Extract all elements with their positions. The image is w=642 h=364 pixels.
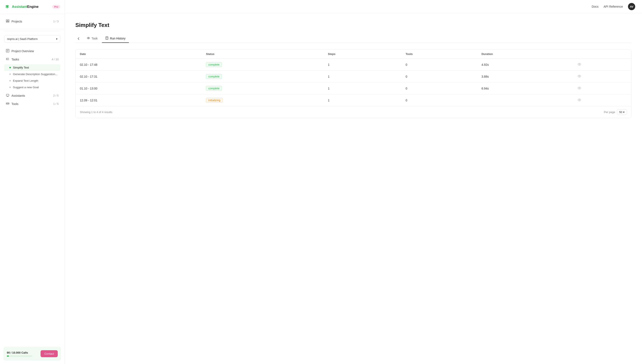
calls-bar-fill	[7, 356, 9, 356]
sidebar-menu: Project Overview Tasks 4 / 10 Simplify T…	[0, 45, 65, 344]
sidebar: AssistantEngine Pro Projects 1 / 3 reqms…	[0, 0, 65, 364]
tabs-bar: Task Run History	[75, 34, 631, 43]
task-item-label: Simplify Text	[13, 66, 29, 69]
tools-label: Tools	[12, 102, 19, 106]
avatar[interactable]: AV	[628, 3, 635, 10]
table-body: 02.10 - 17:48 complete 1 0 4.92s 02.10 -…	[76, 59, 631, 106]
tab-back-button[interactable]	[75, 36, 82, 42]
tab-task[interactable]: Task	[83, 34, 101, 43]
task-dot-simplify-text	[9, 67, 11, 68]
project-overview-icon	[6, 49, 9, 53]
per-page-value: 50	[619, 110, 622, 114]
sidebar-top-nav: Projects 1 / 3	[0, 14, 65, 29]
svg-point-30	[579, 100, 580, 100]
svg-point-0	[7, 6, 8, 8]
results-table: Date Status Steps Tools Duration 02.10 -…	[76, 50, 631, 106]
svg-point-23	[578, 63, 581, 65]
tasks-label: Tasks	[12, 58, 19, 61]
row-view[interactable]	[573, 82, 631, 94]
per-page-select[interactable]: 50 ▾	[617, 109, 627, 115]
row-view[interactable]	[573, 94, 631, 106]
sidebar-bottom-calls: 90 / 10.000 Calls Contact	[4, 347, 61, 360]
projects-label: Projects	[12, 20, 22, 23]
sidebar-item-tools[interactable]: Tools 1 / 5	[4, 100, 60, 108]
svg-rect-3	[6, 22, 8, 22]
calls-bar	[7, 356, 32, 356]
tab-run-history[interactable]: Run History	[102, 34, 129, 43]
tasks-icon	[6, 57, 9, 61]
col-tools: Tools	[401, 50, 477, 59]
view-icon[interactable]	[578, 99, 581, 102]
per-page-label: Per page	[604, 110, 615, 114]
topbar: Docs API Reference AV	[65, 0, 642, 13]
row-duration: 6.94s	[477, 82, 573, 94]
svg-rect-2	[8, 20, 9, 21]
task-item-generate-description[interactable]: Generate Description Suggestion...	[4, 71, 60, 78]
project-selector[interactable]: reqms.ai | SaaS Platform ▾	[4, 35, 60, 43]
row-view[interactable]	[573, 59, 631, 71]
chevron-down-icon: ▾	[56, 37, 58, 40]
per-page-control: Per page 50 ▾	[604, 109, 627, 115]
contact-button[interactable]: Contact	[41, 350, 58, 357]
main-content: Docs API Reference AV Simplify Text Task…	[65, 0, 642, 364]
svg-point-28	[579, 88, 580, 88]
table-header: Date Status Steps Tools Duration	[76, 50, 631, 59]
svg-point-26	[579, 76, 580, 76]
sidebar-item-projects[interactable]: Projects 1 / 3	[4, 17, 60, 26]
svg-rect-13	[6, 94, 9, 96]
sidebar-item-project-overview[interactable]: Project Overview	[4, 47, 60, 55]
row-duration: 4.92s	[477, 59, 573, 71]
pro-badge: Pro	[52, 5, 60, 9]
view-icon[interactable]	[578, 75, 581, 78]
logo-icon	[4, 4, 10, 10]
task-item-expand-text[interactable]: Expand Text Length	[4, 78, 60, 84]
task-item-suggest-goal[interactable]: Suggest a new Goal	[4, 84, 60, 90]
sidebar-item-tasks[interactable]: Tasks 4 / 10	[4, 55, 60, 64]
task-item-simplify-text[interactable]: Simplify Text	[4, 64, 60, 71]
assistants-icon	[6, 94, 9, 98]
svg-point-29	[578, 99, 581, 101]
sidebar-header: AssistantEngine Pro	[0, 0, 65, 14]
row-view[interactable]	[573, 71, 631, 82]
logo: AssistantEngine	[4, 4, 39, 10]
col-actions	[573, 50, 631, 59]
row-status: complete	[202, 59, 324, 71]
col-status: Status	[202, 50, 324, 59]
api-reference-link[interactable]: API Reference	[603, 5, 623, 8]
projects-count: 1 / 3	[53, 20, 59, 23]
svg-rect-4	[8, 22, 9, 22]
project-dropdown[interactable]: reqms.ai | SaaS Platform ▾	[4, 35, 60, 43]
status-badge: complete	[206, 62, 222, 67]
status-badge: initializing	[206, 98, 222, 103]
tab-task-label: Task	[92, 37, 98, 40]
tools-icon	[6, 102, 9, 106]
col-date: Date	[76, 50, 202, 59]
table-row: 02.10 - 17:48 complete 1 0 4.92s	[76, 59, 631, 71]
table-row: 12.09 - 12:01 initializing 1 0	[76, 94, 631, 106]
row-date: 02.10 - 17:31	[76, 71, 202, 82]
row-tools: 0	[401, 59, 477, 71]
row-steps: 1	[324, 71, 402, 82]
task-dot-expand-text	[9, 80, 11, 82]
docs-link[interactable]: Docs	[592, 5, 598, 8]
svg-point-24	[579, 64, 580, 65]
tools-count: 1 / 5	[53, 102, 59, 106]
row-status: complete	[202, 71, 324, 82]
projects-icon	[6, 19, 9, 23]
tasks-count: 4 / 10	[52, 58, 59, 61]
calls-info: 90 / 10.000 Calls	[7, 351, 32, 354]
page-title: Simplify Text	[75, 22, 631, 28]
sidebar-item-assistants[interactable]: Assistants 2 / 5	[4, 92, 60, 100]
eye-icon	[87, 36, 90, 40]
svg-rect-1	[6, 20, 8, 21]
row-status: initializing	[202, 94, 324, 106]
row-tools: 0	[401, 82, 477, 94]
view-icon[interactable]	[578, 87, 581, 90]
row-tools: 0	[401, 94, 477, 106]
assistants-count: 2 / 5	[53, 94, 59, 97]
row-steps: 1	[324, 82, 402, 94]
row-tools: 0	[401, 71, 477, 82]
task-item-label: Expand Text Length	[13, 79, 38, 82]
view-icon[interactable]	[578, 63, 581, 66]
row-date: 01.10 - 13:00	[76, 82, 202, 94]
